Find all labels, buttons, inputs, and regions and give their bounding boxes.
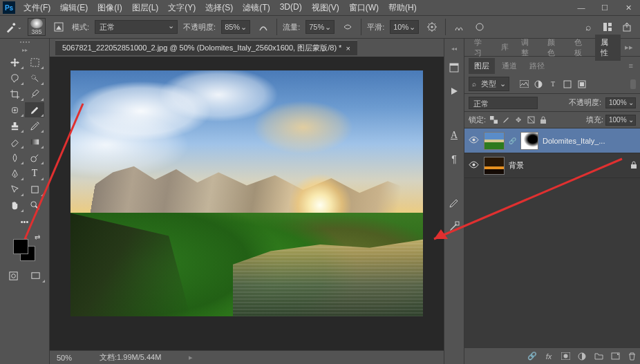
brush-tool[interactable] (25, 102, 44, 117)
paragraph-panel-icon[interactable]: ¶ (446, 151, 462, 166)
airbrush-icon[interactable] (340, 19, 355, 35)
move-tool[interactable] (5, 55, 24, 70)
layer-name[interactable]: Dolomites_Italy_... (543, 137, 637, 145)
pressure-size-icon[interactable] (472, 19, 487, 35)
swap-colors-icon[interactable]: ⇄ (35, 233, 40, 241)
lock-all-icon[interactable] (538, 115, 549, 126)
tab-libraries[interactable]: 库 (496, 39, 514, 55)
character-panel-icon[interactable]: A (446, 128, 462, 143)
eraser-tool[interactable] (5, 134, 24, 149)
hand-tool[interactable] (5, 198, 24, 213)
edit-toolbar-button[interactable]: ••• (6, 214, 44, 229)
marquee-tool[interactable] (25, 55, 44, 70)
filter-toggle[interactable] (630, 79, 636, 89)
filter-type-icon[interactable]: T (547, 79, 559, 90)
tab-channels[interactable]: 通道 (496, 58, 523, 74)
opacity-input[interactable]: 85%⌄ (221, 20, 250, 34)
filter-smart-icon[interactable] (576, 79, 588, 90)
healing-tool[interactable] (5, 102, 24, 117)
filter-adjust-icon[interactable] (532, 79, 545, 90)
dock-expand-icon[interactable]: ◂◂ (451, 46, 457, 52)
menu-type[interactable]: 文字(Y) (164, 1, 200, 15)
smoothing-options-icon[interactable] (424, 19, 440, 35)
shape-tool[interactable] (25, 182, 44, 197)
stamp-tool[interactable] (5, 118, 24, 133)
add-mask-icon[interactable] (560, 351, 571, 362)
layer-fx-icon[interactable]: fx (543, 351, 554, 362)
menu-window[interactable]: 窗口(W) (345, 1, 383, 15)
zoom-level[interactable]: 50% (57, 354, 72, 362)
pressure-opacity-icon[interactable] (256, 19, 271, 35)
history-panel-icon[interactable] (446, 60, 462, 75)
lock-artboard-icon[interactable] (525, 115, 536, 126)
menu-view[interactable]: 视图(V) (308, 1, 343, 15)
menu-edit[interactable]: 编辑(E) (56, 1, 92, 15)
type-tool[interactable]: T (25, 166, 44, 181)
eyedropper-tool[interactable] (25, 86, 44, 102)
menu-help[interactable]: 帮助(H) (384, 1, 421, 15)
close-button[interactable]: ✕ (619, 2, 637, 13)
doc-status[interactable]: 文档:1.99M/5.44M (100, 352, 161, 363)
actions-panel-icon[interactable] (446, 84, 462, 99)
dodge-tool[interactable] (25, 150, 44, 165)
layer-blend-mode[interactable]: 正常 (469, 97, 538, 109)
layer-mask-thumbnail[interactable] (520, 132, 538, 150)
tab-paths[interactable]: 路径 (524, 58, 550, 74)
share-icon[interactable] (619, 19, 634, 35)
layer-row[interactable]: 🔗 Dolomites_Italy_... (464, 128, 640, 153)
lock-pixels-icon[interactable] (500, 115, 511, 126)
workspace-icon[interactable] (600, 19, 615, 35)
lock-position-icon[interactable]: ✥ (513, 115, 524, 126)
brush-settings-icon[interactable] (51, 19, 66, 35)
fill-input[interactable]: 100%⌄ (605, 115, 636, 126)
lock-transparency-icon[interactable] (488, 115, 499, 126)
filter-shape-icon[interactable] (561, 79, 574, 90)
menu-file[interactable]: 文件(F) (19, 1, 55, 15)
blur-tool[interactable] (5, 150, 24, 165)
quick-select-tool[interactable] (25, 70, 44, 86)
layer-thumbnail[interactable] (484, 157, 505, 175)
menu-3d[interactable]: 3D(D) (276, 1, 306, 15)
tab-layers[interactable]: 图层 (469, 58, 495, 74)
layer-filter-type[interactable]: ⌕ 类型 ⌄ (469, 77, 509, 91)
toolbox-collapse-icon[interactable]: ▸▸ (22, 47, 28, 53)
smoothing-input[interactable]: 10%⌄ (390, 20, 419, 34)
minimize-button[interactable]: — (572, 2, 590, 13)
mask-link-icon[interactable]: 🔗 (509, 137, 516, 144)
new-group-icon[interactable] (593, 351, 604, 362)
delete-layer-icon[interactable] (626, 351, 637, 362)
document-tab[interactable]: 5067821_222052851000_2.jpg @ 50% (Dolomi… (55, 40, 357, 55)
screenmode-icon[interactable] (26, 268, 46, 283)
brushes-panel-icon[interactable] (446, 195, 462, 211)
zoom-tool[interactable] (25, 198, 44, 213)
new-layer-icon[interactable] (610, 351, 621, 362)
blend-mode-select[interactable]: 正常 (95, 20, 178, 34)
lasso-tool[interactable] (5, 70, 24, 86)
symmetry-icon[interactable] (451, 19, 467, 35)
visibility-icon[interactable] (467, 161, 480, 170)
brush-settings-panel-icon[interactable] (446, 219, 462, 234)
layers-panel-menu-icon[interactable]: ≡ (626, 61, 636, 70)
new-fill-layer-icon[interactable] (576, 351, 587, 362)
menu-layer[interactable]: 图层(L) (128, 1, 163, 15)
canvas-area[interactable] (50, 57, 444, 350)
pen-tool[interactable] (5, 166, 24, 181)
layer-opacity-input[interactable]: 100%⌄ (605, 97, 636, 108)
layer-thumbnail[interactable] (484, 132, 505, 150)
layer-name[interactable]: 背景 (509, 160, 626, 171)
flow-input[interactable]: 75%⌄ (305, 20, 335, 34)
brush-preset-picker[interactable]: 385 (28, 18, 46, 36)
menu-image[interactable]: 图像(I) (93, 1, 126, 15)
panel-collapse-icon[interactable]: ▸▸ (622, 43, 636, 52)
foreground-color[interactable] (13, 239, 28, 254)
menu-select[interactable]: 选择(S) (201, 1, 237, 15)
layer-row[interactable]: 背景 (464, 153, 640, 178)
visibility-icon[interactable] (467, 136, 480, 145)
maximize-button[interactable]: ☐ (596, 2, 614, 13)
history-brush-tool[interactable] (25, 118, 44, 133)
quickmask-icon[interactable] (4, 268, 23, 283)
gradient-tool[interactable] (25, 134, 44, 149)
canvas-image[interactable] (70, 70, 423, 316)
path-select-tool[interactable] (5, 182, 24, 197)
filter-pixel-icon[interactable] (518, 79, 530, 90)
